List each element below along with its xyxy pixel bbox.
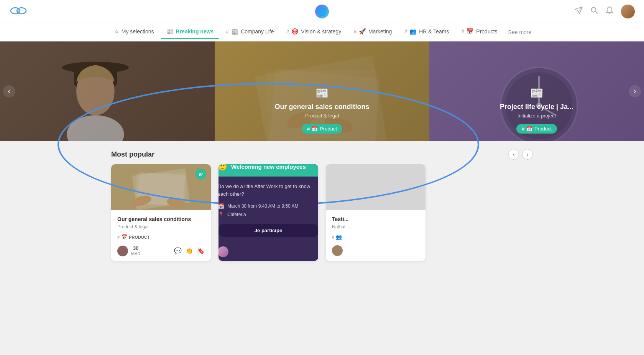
svg-rect-39 xyxy=(326,164,426,210)
popup-date-text: March 30 from 9:40 AM to 9:50 AM xyxy=(227,203,298,209)
app-logo[interactable] xyxy=(9,4,28,19)
card-3-avatar xyxy=(332,245,343,256)
card-1-bookmark-icon[interactable]: 🔖 xyxy=(197,247,205,254)
svg-rect-9 xyxy=(0,41,215,141)
hero-panel-center: 📰 Our general sales conditions Product &… xyxy=(215,41,429,141)
most-popular-nav: ‹ › xyxy=(508,149,533,160)
popup-location-text: Cafeteria xyxy=(227,212,246,217)
popup-title: Welcoming new employees xyxy=(231,164,306,170)
nav-right-icons xyxy=(574,5,635,18)
card-3-subtitle: Nathal... xyxy=(332,224,419,230)
card-1-badge: 97 xyxy=(196,169,206,180)
top-nav: 🌐 xyxy=(0,0,644,23)
hero-prev-arrow[interactable]: ‹ xyxy=(3,85,15,97)
hero-panel-right: 📰 Project life cycle | Ja... Initialize … xyxy=(429,41,644,141)
hero-right-subtitle: Initialize a project xyxy=(439,113,635,119)
card-1-clap-icon[interactable]: 👏 xyxy=(186,247,193,254)
hero-right-tag[interactable]: # 📅 Product xyxy=(516,124,557,134)
nav-tabs: ☆ My selections 📰 Breaking news # 🏢 Comp… xyxy=(0,23,644,41)
tab-company-life[interactable]: # 🏢 Company Life xyxy=(220,25,279,39)
hero-center-tag[interactable]: # 📅 Product xyxy=(302,124,342,134)
tab-my-selections[interactable]: ☆ My selections xyxy=(109,25,159,39)
card-partial: Testi... Nathal... # 👥 xyxy=(326,164,426,261)
card-3-img xyxy=(326,164,426,210)
card-1-subtitle: Product & legal xyxy=(117,224,205,230)
card-1-date: 30 MAR xyxy=(131,245,140,256)
card-3-tag[interactable]: # 👥 xyxy=(332,234,342,240)
popup-icon: 🙂 xyxy=(219,164,227,171)
card-1-title: Our general sales conditions xyxy=(117,216,205,223)
card-1-tag-icon: 📅 xyxy=(121,234,127,240)
see-more-button[interactable]: See more xyxy=(504,26,536,38)
search-icon[interactable] xyxy=(590,7,598,16)
card-3-tag-icon: 👥 xyxy=(336,234,342,240)
hero-center-subtitle: Product & legal xyxy=(224,113,420,119)
hero-right-title: Project life cycle | Ja... xyxy=(439,102,635,111)
svg-point-2 xyxy=(17,9,20,12)
tab-marketing[interactable]: # 🚀 Marketing xyxy=(348,25,397,39)
hero-section: ‹ 📰 Our general sales conditions Product… xyxy=(0,41,644,141)
tab-breaking-news[interactable]: 📰 Breaking news xyxy=(161,25,219,39)
card-1-tag[interactable]: # 📅 PRODUCT xyxy=(117,234,150,240)
hero-next-arrow[interactable]: › xyxy=(629,85,641,97)
tab-vision-strategy[interactable]: # 🎯 Vision & strategy xyxy=(281,25,347,39)
card-sales-img: 97 xyxy=(111,164,211,210)
tab-products[interactable]: # 📅 Products xyxy=(456,25,503,39)
popup-date-icon: 📅 xyxy=(219,203,224,209)
card-1-comment-icon[interactable]: 💬 xyxy=(174,247,182,254)
hero-panel-left: ‹ xyxy=(0,41,215,141)
card-1-avatar xyxy=(117,246,128,256)
card-project-lifecycle: 🙂 Welcoming new employees Do we do a lit… xyxy=(219,164,318,261)
hero-right-tag-icon: 📅 xyxy=(526,126,532,132)
popup-participate-button[interactable]: Je participe xyxy=(219,224,318,237)
popup-card: 🙂 Welcoming new employees Do we do a lit… xyxy=(219,164,318,261)
most-popular-header: Most popular ‹ › xyxy=(0,141,644,164)
hero-center-tag-icon: 📅 xyxy=(312,126,318,132)
popup-author-avatar xyxy=(219,246,228,257)
hero-right-icon: 📰 xyxy=(439,87,635,99)
tab-hr-teams[interactable]: # 👥 HR & Teams xyxy=(399,25,454,39)
hero-center-title: Our general sales conditions xyxy=(224,102,420,111)
hero-center-icon: 📰 xyxy=(224,87,420,99)
user-avatar[interactable] xyxy=(621,5,635,18)
most-popular-prev[interactable]: ‹ xyxy=(508,149,519,160)
send-icon[interactable] xyxy=(574,7,583,16)
popup-location-icon: 📍 xyxy=(219,211,224,218)
most-popular-title: Most popular xyxy=(111,150,154,159)
most-popular-next[interactable]: › xyxy=(522,149,533,160)
card-sales-conditions: 97 Our general sales conditions Product … xyxy=(111,164,211,261)
nav-center-globe: 🌐 xyxy=(315,5,329,18)
cards-row: 97 Our general sales conditions Product … xyxy=(0,164,644,272)
bell-icon[interactable] xyxy=(606,6,613,17)
card-3-title: Testi... xyxy=(332,216,419,223)
popup-description: Do we do a little After Work to get to k… xyxy=(219,183,318,198)
